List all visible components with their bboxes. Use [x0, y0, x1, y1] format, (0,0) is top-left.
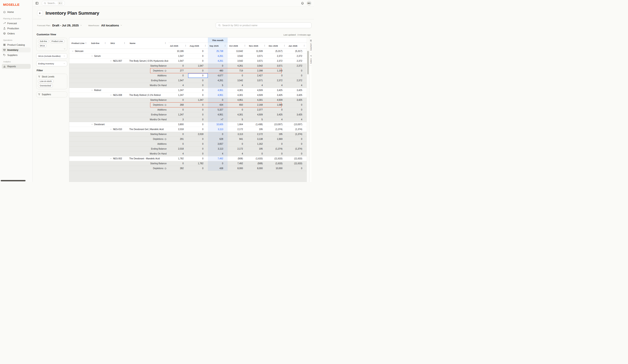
value-cell[interactable]: 2,372: [267, 59, 287, 63]
stock-chip-low-on-stock[interactable]: Low-on-stock: [38, 79, 54, 83]
value-cell[interactable]: 0: [287, 73, 307, 78]
value-cell[interactable]: 0: [168, 98, 188, 102]
sidebar-item-production[interactable]: Production: [2, 26, 31, 31]
column-menu-icon[interactable]: ⋮: [123, 42, 126, 44]
value-cell[interactable]: 0: [188, 156, 208, 161]
grouping-chip-skus[interactable]: SKUs: [38, 44, 47, 48]
value-cell[interactable]: 10,186: [168, 49, 188, 54]
value-cell[interactable]: 0: [188, 93, 208, 97]
value-cell[interactable]: (5,317): [287, 49, 307, 54]
value-cell[interactable]: 1,199: [267, 68, 287, 73]
value-cell[interactable]: 2,372: [267, 78, 287, 83]
value-cell[interactable]: 4: [228, 83, 247, 88]
value-cell[interactable]: 0: [188, 83, 208, 88]
value-cell[interactable]: 1,247: [168, 88, 188, 92]
sidebar-item-reports[interactable]: Reports: [2, 64, 31, 69]
value-cell[interactable]: 0: [188, 127, 208, 132]
value-cell[interactable]: 4: [208, 151, 228, 156]
value-cell[interactable]: 941: [228, 137, 247, 141]
value-cell[interactable]: (13,007): [267, 122, 287, 127]
value-cell[interactable]: 4: [287, 83, 307, 88]
chevron-icon[interactable]: [72, 50, 74, 52]
value-cell[interactable]: 3,542: [228, 54, 247, 58]
value-cell[interactable]: 719: [228, 68, 247, 73]
column-menu-icon[interactable]: ⋮: [204, 45, 207, 47]
chevron-icon[interactable]: [110, 158, 112, 160]
value-cell[interactable]: 438: [208, 166, 228, 171]
value-cell[interactable]: 4,261: [208, 78, 228, 83]
value-cell[interactable]: 650: [228, 103, 247, 107]
value-cell[interactable]: 10,000: [267, 166, 287, 171]
value-cell[interactable]: 1,547: [168, 59, 188, 63]
value-cell[interactable]: 4,261: [208, 59, 228, 63]
value-cell[interactable]: 0: [188, 117, 208, 122]
value-cell[interactable]: 0: [287, 151, 307, 156]
value-cell[interactable]: 0: [188, 54, 208, 58]
value-cell[interactable]: 1,664: [228, 122, 247, 127]
value-cell[interactable]: 2,018: [168, 127, 188, 132]
value-cell[interactable]: 3: [168, 117, 188, 122]
value-cell[interactable]: (1,374): [287, 132, 307, 137]
value-cell[interactable]: 2,018: [168, 146, 188, 151]
value-cell[interactable]: 0: [168, 73, 188, 78]
stock-levels-filter[interactable]: Stock Levels: [38, 75, 66, 78]
value-cell[interactable]: 0: [188, 151, 208, 156]
column-menu-icon[interactable]: ⋮: [104, 42, 106, 44]
value-cell[interactable]: 0: [188, 122, 208, 127]
value-cell[interactable]: (1,374): [287, 127, 307, 132]
value-cell[interactable]: 3,113: [208, 127, 228, 132]
value-cell[interactable]: 480: [208, 68, 228, 73]
avatar[interactable]: MO: [307, 1, 311, 5]
value-cell[interactable]: 0: [188, 78, 208, 83]
value-cell[interactable]: 13,642: [228, 49, 247, 54]
value-cell[interactable]: 291: [168, 137, 188, 141]
value-cell[interactable]: 4: [168, 83, 188, 88]
value-cell[interactable]: 0: [188, 137, 208, 141]
value-cell[interactable]: 4: [168, 151, 188, 156]
value-cell[interactable]: 4,509: [267, 98, 287, 102]
value-cell[interactable]: 0: [267, 107, 287, 112]
value-cell[interactable]: (1,374): [287, 146, 307, 151]
value-cell[interactable]: 0: [168, 107, 188, 112]
value-cell[interactable]: 0: [267, 142, 287, 146]
value-cell[interactable]: 3,425: [287, 88, 307, 92]
value-cell[interactable]: 2,372: [267, 54, 287, 58]
value-cell[interactable]: 2,172: [228, 127, 247, 132]
value-cell[interactable]: 7,492: [208, 156, 228, 161]
value-cell[interactable]: 5: [208, 83, 228, 88]
value-cell[interactable]: 25,738: [208, 49, 228, 54]
value-cell[interactable]: 0: [188, 142, 208, 146]
value-cell[interactable]: 1,547: [168, 54, 188, 58]
value-cell[interactable]: 0: [228, 73, 247, 78]
value-cell[interactable]: 4,261: [208, 54, 228, 58]
value-cell[interactable]: 2,372: [287, 54, 307, 58]
value-cell[interactable]: 0: [287, 137, 307, 141]
value-cell[interactable]: 0: [287, 142, 307, 146]
info-icon[interactable]: [164, 167, 166, 170]
grouping-chip-sub-line[interactable]: Sub-line: [38, 40, 49, 43]
back-button[interactable]: [37, 10, 43, 16]
value-cell[interactable]: 1,782: [188, 161, 208, 166]
sidebar-item-suppliers[interactable]: Suppliers: [2, 53, 31, 58]
value-cell[interactable]: 4,301: [247, 98, 267, 102]
value-cell[interactable]: (1,633): [267, 161, 287, 166]
warehouse-dropdown[interactable]: Warehouse: All locations: [88, 24, 122, 27]
info-icon[interactable]: [164, 104, 166, 106]
value-cell[interactable]: 1,247: [188, 98, 208, 102]
level-select[interactable]: SKUs (include Bundles): [36, 53, 67, 59]
value-cell[interactable]: 1,782: [168, 156, 188, 161]
sidebar-item-home[interactable]: Home: [2, 9, 31, 14]
value-cell[interactable]: 2,372: [287, 64, 307, 68]
value-cell[interactable]: 0: [188, 107, 208, 112]
value-cell[interactable]: 4,677: [208, 73, 228, 78]
value-cell[interactable]: 1,547: [188, 64, 208, 68]
value-cell[interactable]: 0: [168, 142, 188, 146]
value-cell[interactable]: 4,301: [228, 93, 247, 97]
value-cell[interactable]: 3,571: [247, 54, 267, 58]
value-cell[interactable]: 2,172: [247, 132, 267, 137]
value-cell[interactable]: (5,317): [267, 49, 287, 54]
value-cell[interactable]: 4: [247, 83, 267, 88]
value-cell[interactable]: 3,800: [168, 122, 188, 127]
bell-icon[interactable]: [301, 2, 304, 5]
chevron-icon[interactable]: [110, 60, 112, 62]
